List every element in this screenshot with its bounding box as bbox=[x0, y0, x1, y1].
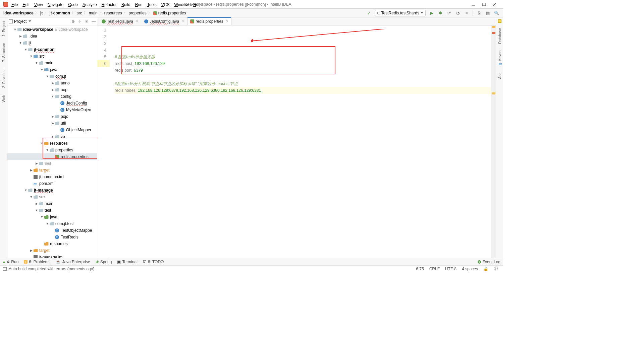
tree-item[interactable]: ▼com.jt.test bbox=[7, 220, 97, 227]
locate-icon[interactable]: ⊕ bbox=[71, 19, 75, 24]
tree-item[interactable]: ▶target bbox=[7, 247, 97, 254]
coverage-icon[interactable]: ⟳ bbox=[446, 10, 452, 16]
minimize-button[interactable] bbox=[471, 2, 476, 7]
profile-icon[interactable]: ◔ bbox=[455, 10, 461, 16]
tree-item[interactable]: ▼jt-manage bbox=[7, 187, 97, 194]
tree-item[interactable]: ▶util bbox=[7, 120, 97, 127]
bottom-tool-todo[interactable]: ☑6: TODO bbox=[143, 260, 164, 264]
menu-file[interactable]: File bbox=[9, 2, 20, 8]
tree-item[interactable]: CJedisConfig bbox=[7, 100, 97, 107]
breadcrumb-item[interactable]: redis.properties bbox=[152, 11, 187, 15]
code-line[interactable]: redis.host=192.168.126.129 bbox=[115, 60, 491, 67]
breadcrumb-item[interactable]: resources bbox=[103, 11, 123, 15]
tree-item[interactable]: ▼properties bbox=[7, 147, 97, 153]
run-icon[interactable]: ▶ bbox=[429, 10, 434, 16]
tool-project[interactable]: 1: Project bbox=[2, 19, 6, 38]
tree-item[interactable]: ▶.idea bbox=[7, 33, 97, 40]
memory-indicator[interactable]: ⓘ bbox=[491, 266, 500, 272]
breadcrumb-item[interactable]: properties bbox=[127, 11, 148, 15]
tool-database[interactable]: Database bbox=[498, 27, 502, 45]
tree-item[interactable]: CTestObjectMappe bbox=[7, 227, 97, 234]
code-line[interactable]: redis.nodes=192.168.126.129:6379,192.168… bbox=[115, 87, 491, 94]
warning-marker[interactable] bbox=[492, 26, 495, 28]
tree-item[interactable]: jt-manage.iml bbox=[7, 254, 97, 258]
tree-item[interactable]: ▶main bbox=[7, 200, 97, 207]
menu-tools[interactable]: Tools bbox=[145, 2, 159, 8]
tool-ant[interactable]: Ant bbox=[498, 72, 502, 80]
editor-tab[interactable]: TestRedis.java× bbox=[99, 17, 141, 25]
menu-help[interactable]: Help bbox=[191, 2, 204, 8]
editor-scrollbar[interactable] bbox=[491, 25, 496, 258]
line-separator[interactable]: CRLF bbox=[427, 267, 442, 271]
tree-item[interactable]: ▼src bbox=[7, 53, 97, 60]
encoding[interactable]: UTF-8 bbox=[442, 267, 459, 271]
bottom-tool-problems[interactable]: !6: Problems bbox=[24, 260, 50, 264]
breadcrumb-item[interactable]: jt bbox=[39, 11, 44, 15]
tree-item[interactable]: ▶pojo bbox=[7, 113, 97, 120]
tree-item[interactable]: CMyMetaObjec bbox=[7, 107, 97, 113]
settings-icon[interactable]: ✳ bbox=[85, 19, 88, 24]
tree-item[interactable]: ▶aop bbox=[7, 86, 97, 93]
close-button[interactable] bbox=[492, 2, 497, 7]
editor-tab[interactable]: JedisConfig.java× bbox=[141, 17, 187, 25]
tree-item[interactable]: ▼jt-common bbox=[7, 46, 97, 53]
project-structure-icon[interactable]: ▤ bbox=[485, 10, 490, 16]
bottom-tool-javaenterprise[interactable]: ☕Java Enterprise bbox=[56, 260, 90, 264]
code-editor[interactable]: # 配置redis单台服务器redis.host=192.168.126.129… bbox=[110, 25, 491, 258]
tree-item[interactable]: ▼jt bbox=[7, 40, 97, 46]
menu-refactor[interactable]: Refactor bbox=[100, 2, 119, 8]
close-tab-icon[interactable]: × bbox=[226, 19, 228, 24]
tree-item[interactable]: ▼java bbox=[7, 214, 97, 220]
tool-maven[interactable]: m Maven bbox=[498, 49, 502, 68]
bottom-tool-spring[interactable]: ❀Spring bbox=[96, 260, 112, 264]
error-marker[interactable] bbox=[492, 32, 495, 34]
readonly-lock-icon[interactable]: 🔓 bbox=[481, 267, 491, 271]
tree-item[interactable]: redis.properties bbox=[7, 153, 97, 160]
code-line[interactable]: #配置redis分片机制 节点和节点区分加标示符","用来区分 nodes:节点 bbox=[115, 80, 491, 87]
tree-item[interactable]: ▼main bbox=[7, 60, 97, 66]
collapse-icon[interactable]: ≑ bbox=[78, 19, 82, 24]
breadcrumb-item[interactable]: jt-common bbox=[48, 11, 71, 15]
tree-item[interactable]: ▼com.jt bbox=[7, 73, 97, 80]
editor-tab[interactable]: redis.properties× bbox=[187, 17, 231, 25]
tool-web[interactable]: Web bbox=[2, 93, 6, 103]
event-log-button[interactable]: 1 Event Log bbox=[478, 260, 500, 264]
code-line[interactable]: redis.port=6379 bbox=[115, 67, 491, 74]
menu-view[interactable]: View bbox=[32, 2, 45, 8]
tree-item[interactable]: mpom.xml bbox=[7, 180, 97, 187]
menu-build[interactable]: Build bbox=[119, 2, 132, 8]
close-tab-icon[interactable]: × bbox=[182, 19, 184, 24]
breadcrumb-item[interactable]: main bbox=[88, 11, 99, 15]
tree-item[interactable]: CTestRedis bbox=[7, 234, 97, 240]
menu-edit[interactable]: Edit bbox=[20, 2, 32, 8]
project-panel-header[interactable]: Project ⊕ ≑ ✳ — bbox=[7, 17, 97, 25]
menu-window[interactable]: Window bbox=[172, 2, 191, 8]
status-indicator-icon[interactable] bbox=[3, 267, 7, 271]
menu-run[interactable]: Run bbox=[133, 2, 145, 8]
menu-vcs[interactable]: VCS bbox=[159, 2, 172, 8]
tree-item[interactable]: ▶test bbox=[7, 160, 97, 167]
bottom-tool-terminal[interactable]: ▣Terminal bbox=[117, 260, 137, 264]
build-icon[interactable]: ↙ bbox=[366, 10, 372, 16]
run-config-selector[interactable]: TestRedis.testShards bbox=[375, 10, 426, 16]
tool-structure[interactable]: 7: Structure bbox=[2, 42, 6, 63]
hide-icon[interactable]: — bbox=[92, 19, 96, 24]
stop-icon[interactable]: ■ bbox=[464, 10, 469, 16]
breadcrumb-item[interactable]: src bbox=[75, 11, 84, 15]
tree-item[interactable]: ▼src bbox=[7, 194, 97, 200]
tree-item[interactable]: ▼config bbox=[7, 93, 97, 100]
tree-item[interactable]: ▼resources bbox=[7, 140, 97, 147]
tree-item[interactable]: ▶target bbox=[7, 167, 97, 173]
caret-position[interactable]: 6:75 bbox=[413, 267, 426, 271]
code-line[interactable] bbox=[115, 74, 491, 80]
menu-code[interactable]: Code bbox=[66, 2, 80, 8]
breadcrumb-item[interactable]: idea-workspace bbox=[2, 11, 35, 15]
debug-icon[interactable]: ✱ bbox=[438, 10, 443, 16]
bottom-tool-run[interactable]: 4: Run bbox=[3, 260, 18, 264]
tree-item[interactable]: ▶vo bbox=[7, 133, 97, 140]
search-icon[interactable]: 🔍 bbox=[494, 10, 499, 16]
maximize-button[interactable] bbox=[482, 2, 486, 7]
indent[interactable]: 4 spaces bbox=[459, 267, 481, 271]
project-tree[interactable]: ▼idea-workspaceE:\idea-workspace▶.idea▼j… bbox=[7, 25, 97, 258]
code-line[interactable]: # 配置redis单台服务器 bbox=[115, 54, 491, 60]
